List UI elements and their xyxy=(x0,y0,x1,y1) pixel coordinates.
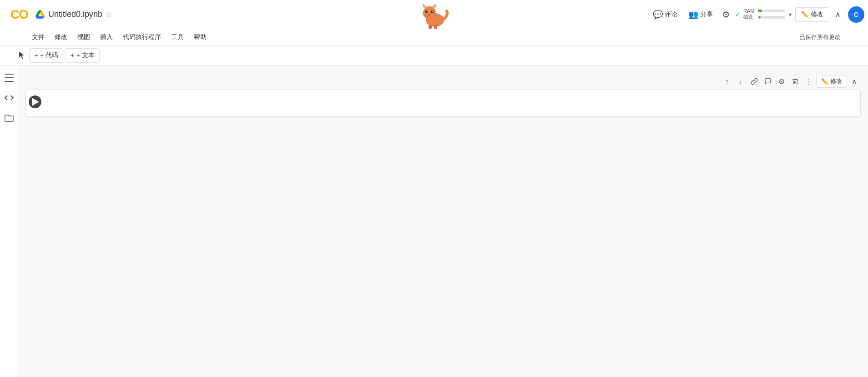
ram-label: RAM xyxy=(743,8,756,14)
menu-tools[interactable]: 工具 xyxy=(167,31,188,43)
colab-logo[interactable]: CO xyxy=(4,0,35,29)
drive-icon xyxy=(35,9,45,20)
add-code-label: + 代码 xyxy=(40,51,58,60)
svg-rect-16 xyxy=(434,25,437,29)
svg-rect-19 xyxy=(5,81,14,82)
user-avatar[interactable]: C xyxy=(848,6,864,23)
share-button[interactable]: 👥 分享 xyxy=(684,7,717,22)
run-circle xyxy=(29,96,41,108)
cell-comment-button[interactable] xyxy=(762,75,774,88)
ram-bar xyxy=(758,10,785,12)
colab-logo-text: CO xyxy=(10,7,28,22)
cell-move-down-button[interactable]: ↓ xyxy=(734,75,747,88)
menu-edit[interactable]: 修改 xyxy=(50,31,72,43)
run-triangle-icon xyxy=(32,98,39,106)
svg-rect-15 xyxy=(429,25,432,29)
cell-link-button[interactable] xyxy=(748,75,761,88)
svg-point-8 xyxy=(427,11,428,12)
plus-icon-text: + xyxy=(70,51,74,60)
disk-bar xyxy=(758,16,785,19)
menu-file[interactable]: 文件 xyxy=(27,31,49,43)
people-icon: 👥 xyxy=(688,10,698,20)
cat-mascot xyxy=(416,2,452,31)
sidebar-icon-folder[interactable] xyxy=(1,110,17,126)
svg-point-1 xyxy=(423,6,436,19)
ram-disk-widget: RAM 磁盘 xyxy=(743,8,785,20)
svg-point-10 xyxy=(429,14,430,15)
cell-more-button[interactable]: ⋮ xyxy=(802,75,815,88)
share-label: 分享 xyxy=(700,10,713,19)
svg-point-6 xyxy=(425,10,428,13)
edit-label: 修改 xyxy=(811,10,823,19)
comment-label: 评论 xyxy=(665,10,677,19)
sidebar xyxy=(0,66,18,377)
cell-collapse-button[interactable]: ∧ xyxy=(848,75,861,88)
sidebar-icon-menu[interactable] xyxy=(1,70,17,86)
menu-view[interactable]: 视图 xyxy=(73,31,95,43)
topbar: CO Untitled0.ipynb ☆ xyxy=(0,0,868,29)
svg-rect-17 xyxy=(5,74,14,75)
cell-edit-label: 修改 xyxy=(830,77,842,85)
menu-insert[interactable]: 插入 xyxy=(96,31,117,43)
cell-edit-button[interactable]: ✏️ 修改 xyxy=(816,75,847,88)
pencil-icon: ✏️ xyxy=(801,11,809,18)
edit-button-top[interactable]: ✏️ 修改 xyxy=(795,7,829,22)
svg-rect-18 xyxy=(5,77,14,78)
code-cell xyxy=(25,90,861,117)
cell-settings-button[interactable]: ⚙ xyxy=(775,75,788,88)
settings-icon[interactable]: ⚙ xyxy=(719,6,733,23)
svg-point-7 xyxy=(431,10,434,13)
sidebar-icon-code[interactable] xyxy=(1,90,17,106)
add-text-label: + 文本 xyxy=(76,51,95,60)
svg-point-9 xyxy=(432,11,433,12)
collapse-button[interactable]: ∧ xyxy=(831,7,844,22)
cell-wrapper: ↑ ↓ ⚙ ⋮ xyxy=(25,90,861,117)
cursor-icon xyxy=(18,50,26,60)
toolbar: + + 代码 + + 文本 xyxy=(0,45,868,65)
disk-label: 磁盘 xyxy=(743,14,756,20)
comment-button[interactable]: 💬 评论 xyxy=(648,7,682,22)
notebook-title[interactable]: Untitled0.ipynb xyxy=(48,10,102,19)
cell-move-up-button[interactable]: ↑ xyxy=(721,75,733,88)
cell-actions: ↑ ↓ ⚙ ⋮ xyxy=(721,75,861,88)
cell-run-button[interactable] xyxy=(26,90,44,114)
dropdown-arrow[interactable]: ▾ xyxy=(789,11,792,18)
add-code-button[interactable]: + + 代码 xyxy=(29,48,63,63)
cell-input[interactable] xyxy=(44,90,860,116)
comment-icon: 💬 xyxy=(653,10,663,20)
add-text-button[interactable]: + + 文本 xyxy=(65,48,99,63)
menu-help[interactable]: 帮助 xyxy=(189,31,211,43)
save-status: 已保存所有更改 xyxy=(799,33,841,41)
star-icon[interactable]: ☆ xyxy=(105,10,112,20)
pencil-icon-cell: ✏️ xyxy=(821,78,828,85)
cell-delete-button[interactable] xyxy=(789,75,802,88)
topbar-right: 💬 评论 👥 分享 ⚙ ✓ RAM 磁盘 ▾ xyxy=(648,6,864,23)
menu-runtime[interactable]: 代码执行程序 xyxy=(118,31,166,43)
plus-icon-code: + xyxy=(34,51,38,60)
menubar: 文件 修改 视图 插入 代码执行程序 工具 帮助 已保存所有更改 xyxy=(0,29,868,45)
main-content: ↑ ↓ ⚙ ⋮ xyxy=(18,66,868,377)
check-icon: ✓ xyxy=(735,10,741,19)
